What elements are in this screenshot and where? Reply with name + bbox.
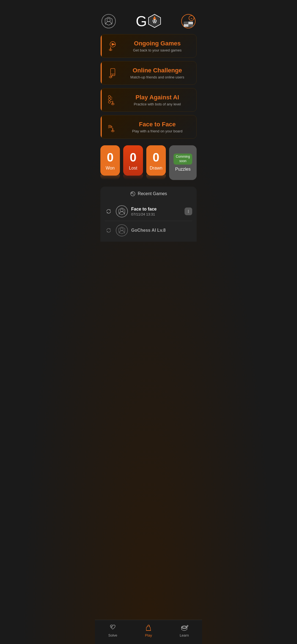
avatar-icon[interactable] <box>101 14 116 28</box>
won-reflection <box>100 174 120 180</box>
won-label: Won <box>106 166 115 171</box>
drawn-label: Drawn <box>150 166 162 171</box>
lost-stat[interactable]: 0 Lost <box>123 145 143 176</box>
recent-games-title: Recent Games <box>138 191 167 196</box>
game-date: 07/11/24 13:31 <box>131 212 181 216</box>
online-challenge-title: Online Challenge <box>124 67 191 74</box>
ongoing-games-button[interactable]: Ongoing Games Get back to your saved gam… <box>100 34 197 58</box>
svg-point-21 <box>108 98 111 100</box>
face-to-face-button[interactable]: Face to Face Play with a friend on your … <box>100 115 197 139</box>
logo-hex-icon: ♔ <box>148 14 161 29</box>
ongoing-games-title: Ongoing Games <box>124 40 191 47</box>
play-ai-icon <box>106 93 119 107</box>
online-challenge-icon <box>106 66 119 80</box>
game-avatar-2 <box>116 224 128 236</box>
puzzles-label: Puzzles <box>175 167 191 172</box>
logo-g: G <box>136 14 147 28</box>
face-to-face-subtitle: Play with a friend on your board <box>124 129 191 133</box>
game-name-2: GoChess AI Lv.8 <box>131 228 192 233</box>
game-item[interactable]: Face to face 07/11/24 13:31 <box>105 202 192 221</box>
game-avatar <box>116 205 128 217</box>
recent-games-header: Recent Games <box>105 191 192 197</box>
recent-games-section: Recent Games Face to face <box>100 187 197 242</box>
svg-point-22 <box>108 101 111 103</box>
ongoing-games-text: Ongoing Games Get back to your saved gam… <box>124 40 191 52</box>
face-to-face-icon <box>106 120 119 133</box>
refresh-icon <box>105 208 112 215</box>
svg-line-25 <box>111 101 112 102</box>
online-challenge-button[interactable]: Online Challenge Match-up friends and on… <box>100 61 197 85</box>
won-value: 0 <box>107 151 113 163</box>
svg-point-0 <box>107 18 110 22</box>
ongoing-games-subtitle: Get back to your saved games <box>124 48 191 52</box>
lost-value: 0 <box>130 151 136 163</box>
face-to-face-title: Face to Face <box>124 121 191 128</box>
svg-marker-12 <box>112 43 116 46</box>
svg-point-34 <box>120 209 123 212</box>
won-stat-wrap: 0 Won <box>100 145 120 180</box>
drawn-stat-wrap: 0 Drawn <box>146 145 166 180</box>
puzzles-card[interactable]: Commingsoon Puzzles <box>169 145 197 180</box>
svg-rect-5 <box>184 22 188 24</box>
puzzles-coming-soon: Commingsoon <box>174 154 192 164</box>
lost-label: Lost <box>129 166 137 171</box>
svg-point-20 <box>108 95 111 98</box>
game-options-button[interactable] <box>185 208 192 215</box>
won-stat[interactable]: 0 Won <box>100 145 120 176</box>
online-challenge-subtitle: Match-up friends and online users <box>124 75 191 79</box>
refresh-icon-2 <box>105 227 112 234</box>
menu-section: Ongoing Games Get back to your saved gam… <box>95 34 202 139</box>
play-ai-text: Play Against AI Practice with bots of an… <box>124 94 191 106</box>
bluetooth-board-icon[interactable]: ⌁ <box>181 14 196 28</box>
svg-line-23 <box>111 97 112 98</box>
svg-point-37 <box>188 211 189 212</box>
play-ai-title: Play Against AI <box>124 94 191 101</box>
lost-reflection <box>123 174 143 180</box>
face-to-face-text: Face to Face Play with a friend on your … <box>124 121 191 133</box>
play-ai-subtitle: Practice with bots of any level <box>124 102 191 106</box>
logo: G ♔ <box>136 14 161 29</box>
drawn-stat[interactable]: 0 Drawn <box>146 145 166 176</box>
svg-text:⌁: ⌁ <box>191 17 193 20</box>
header: G ♔ ⌁ <box>95 0 202 34</box>
svg-rect-8 <box>188 24 193 27</box>
drawn-reflection <box>146 174 166 180</box>
svg-point-36 <box>188 210 189 211</box>
clock-icon <box>130 191 136 197</box>
game-item-partial[interactable]: GoChess AI Lv.8 <box>105 221 192 240</box>
svg-line-24 <box>111 99 112 99</box>
drawn-value: 0 <box>153 151 159 163</box>
game-name: Face to face <box>131 207 181 212</box>
game-info-2: GoChess AI Lv.8 <box>131 228 192 233</box>
svg-point-41 <box>120 228 123 231</box>
play-ai-button[interactable]: Play Against AI Practice with bots of an… <box>100 88 197 112</box>
ongoing-games-icon <box>106 39 119 53</box>
svg-point-38 <box>188 212 189 213</box>
stats-section: 0 Won 0 Lost 0 Drawn Commingsoon Puzzles <box>95 145 202 180</box>
lost-stat-wrap: 0 Lost <box>123 145 143 180</box>
online-challenge-text: Online Challenge Match-up friends and on… <box>124 67 191 79</box>
game-info: Face to face 07/11/24 13:31 <box>131 207 181 216</box>
svg-rect-6 <box>188 22 193 24</box>
svg-rect-7 <box>184 24 188 27</box>
